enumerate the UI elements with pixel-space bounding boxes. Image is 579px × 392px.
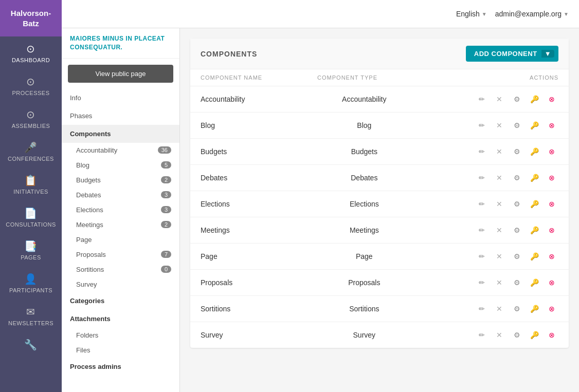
sidebar-item-dashboard[interactable]: ⊙ DASHBOARD bbox=[0, 36, 62, 69]
edit-icon[interactable]: ✏ bbox=[475, 197, 488, 211]
nav-sub-badge: 5 bbox=[161, 161, 171, 169]
key-icon[interactable]: 🔑 bbox=[528, 197, 541, 211]
language-selector[interactable]: English ▼ bbox=[456, 10, 487, 18]
component-type-cell: Budgets bbox=[307, 139, 421, 165]
nav-info[interactable]: Info bbox=[62, 89, 179, 107]
component-type-cell: Page bbox=[307, 244, 421, 270]
key-icon[interactable]: 🔑 bbox=[528, 276, 541, 289]
sidebar-item-pages[interactable]: 📑 PAGES bbox=[0, 234, 62, 267]
settings-icon[interactable]: ⚙ bbox=[510, 328, 523, 342]
component-name-cell: Elections bbox=[190, 191, 307, 217]
nav-sub-sortitions[interactable]: Sortitions 0 bbox=[62, 262, 179, 277]
delete-icon[interactable]: ⊗ bbox=[545, 302, 558, 315]
settings-icon[interactable]: ⚙ bbox=[510, 250, 523, 263]
nav-sub-debates[interactable]: Debates 3 bbox=[62, 188, 179, 202]
component-name-cell: Meetings bbox=[190, 217, 307, 244]
delete-icon[interactable]: ⊗ bbox=[545, 328, 558, 342]
nav-sub-page[interactable]: Page bbox=[62, 232, 179, 247]
sidebar-item-newsletters[interactable]: ✉ NEWSLETTERS bbox=[0, 300, 62, 332]
nav-sub-badge: 36 bbox=[158, 146, 171, 154]
delete-icon[interactable]: ⊗ bbox=[545, 197, 558, 211]
settings-icon[interactable]: ⚙ bbox=[510, 223, 523, 237]
nav-folders[interactable]: Folders bbox=[62, 328, 179, 343]
settings-icon[interactable]: ⚙ bbox=[510, 171, 523, 184]
component-type-cell: Sortitions bbox=[307, 296, 421, 322]
app-logo[interactable]: Halvorson-Batz bbox=[0, 0, 62, 36]
delete-icon[interactable]: ⊗ bbox=[545, 145, 558, 158]
sidebar-item-settings[interactable]: 🔧 bbox=[0, 332, 62, 357]
delete-icon[interactable]: ⊗ bbox=[545, 171, 558, 184]
sidebar-item-assemblies[interactable]: ⊙ ASSEMBLIES bbox=[0, 102, 62, 135]
settings-icon[interactable]: ⚙ bbox=[510, 145, 523, 158]
delete-icon[interactable]: ⊗ bbox=[545, 223, 558, 237]
nav-section-process-admins[interactable]: Process admins bbox=[62, 358, 179, 376]
component-actions-cell: ✏✕⚙🔑⊗ bbox=[422, 217, 569, 244]
sidebar-item-initiatives[interactable]: 📋 INITIATIVES bbox=[0, 168, 62, 201]
key-icon[interactable]: 🔑 bbox=[528, 250, 541, 263]
edit-icon[interactable]: ✏ bbox=[475, 276, 488, 289]
top-header: English ▼ admin@example.org ▼ bbox=[62, 0, 579, 28]
nav-sub-badge: 2 bbox=[161, 221, 171, 228]
remove-icon[interactable]: ✕ bbox=[493, 276, 506, 289]
nav-sub-label: Folders bbox=[76, 331, 98, 339]
remove-icon[interactable]: ✕ bbox=[493, 302, 506, 315]
delete-icon[interactable]: ⊗ bbox=[545, 250, 558, 263]
key-icon[interactable]: 🔑 bbox=[528, 171, 541, 184]
sidebar-item-label: INITIATIVES bbox=[13, 189, 48, 195]
nav-files[interactable]: Files bbox=[62, 343, 179, 358]
sidebar-item-label: CONFERENCES bbox=[8, 156, 54, 162]
remove-icon[interactable]: ✕ bbox=[493, 250, 506, 263]
key-icon[interactable]: 🔑 bbox=[528, 92, 541, 106]
settings-icon[interactable]: ⚙ bbox=[510, 197, 523, 211]
nav-sub-blog[interactable]: Blog 5 bbox=[62, 158, 179, 173]
sidebar-item-processes[interactable]: ⊙ PROCESSES bbox=[0, 69, 62, 102]
remove-icon[interactable]: ✕ bbox=[493, 119, 506, 132]
settings-icon[interactable]: ⚙ bbox=[510, 276, 523, 289]
component-type-cell: Blog bbox=[307, 113, 421, 139]
key-icon[interactable]: 🔑 bbox=[528, 302, 541, 315]
key-icon[interactable]: 🔑 bbox=[528, 223, 541, 237]
delete-icon[interactable]: ⊗ bbox=[545, 276, 558, 289]
edit-icon[interactable]: ✏ bbox=[475, 328, 488, 342]
nav-section-attachments[interactable]: Attachments bbox=[62, 310, 179, 328]
delete-icon[interactable]: ⊗ bbox=[545, 119, 558, 132]
add-component-button[interactable]: ADD COMPONENT ▼ bbox=[466, 46, 558, 62]
nav-sub-survey[interactable]: Survey bbox=[62, 277, 179, 292]
settings-icon[interactable]: ⚙ bbox=[510, 119, 523, 132]
edit-icon[interactable]: ✏ bbox=[475, 92, 488, 106]
nav-sub-elections[interactable]: Elections 3 bbox=[62, 202, 179, 217]
sidebar-item-consultations[interactable]: 📄 CONSULTATIONS bbox=[0, 201, 62, 234]
nav-section-categories[interactable]: Categories bbox=[62, 292, 179, 310]
remove-icon[interactable]: ✕ bbox=[493, 171, 506, 184]
settings-icon[interactable]: ⚙ bbox=[510, 302, 523, 315]
sidebar-item-participants[interactable]: 👤 PARTICIPANTS bbox=[0, 267, 62, 300]
settings-icon[interactable]: ⚙ bbox=[510, 92, 523, 106]
add-component-dropdown-arrow[interactable]: ▼ bbox=[541, 50, 554, 58]
delete-icon[interactable]: ⊗ bbox=[545, 92, 558, 106]
edit-icon[interactable]: ✏ bbox=[475, 119, 488, 132]
key-icon[interactable]: 🔑 bbox=[528, 119, 541, 132]
key-icon[interactable]: 🔑 bbox=[528, 328, 541, 342]
view-public-button[interactable]: View public page bbox=[68, 65, 173, 83]
remove-icon[interactable]: ✕ bbox=[493, 223, 506, 237]
nav-sub-budgets[interactable]: Budgets 2 bbox=[62, 173, 179, 188]
sidebar-item-conferences[interactable]: 🎤 CONFERENCES bbox=[0, 135, 62, 168]
nav-sub-meetings[interactable]: Meetings 2 bbox=[62, 217, 179, 232]
nav-phases[interactable]: Phases bbox=[62, 107, 179, 125]
edit-icon[interactable]: ✏ bbox=[475, 145, 488, 158]
nav-components[interactable]: Components bbox=[62, 125, 179, 143]
remove-icon[interactable]: ✕ bbox=[493, 92, 506, 106]
remove-icon[interactable]: ✕ bbox=[493, 145, 506, 158]
key-icon[interactable]: 🔑 bbox=[528, 145, 541, 158]
edit-icon[interactable]: ✏ bbox=[475, 171, 488, 184]
nav-sub-proposals[interactable]: Proposals 7 bbox=[62, 247, 179, 262]
nav-sub-label: Accountability bbox=[76, 146, 117, 154]
main-sidebar: Halvorson-Batz ⊙ DASHBOARD ⊙ PROCESSES ⊙… bbox=[0, 0, 62, 392]
edit-icon[interactable]: ✏ bbox=[475, 302, 488, 315]
nav-sub-accountability[interactable]: Accountability 36 bbox=[62, 143, 179, 158]
edit-icon[interactable]: ✏ bbox=[475, 223, 488, 237]
remove-icon[interactable]: ✕ bbox=[493, 328, 506, 342]
remove-icon[interactable]: ✕ bbox=[493, 197, 506, 211]
user-menu[interactable]: admin@example.org ▼ bbox=[495, 10, 569, 18]
edit-icon[interactable]: ✏ bbox=[475, 250, 488, 263]
